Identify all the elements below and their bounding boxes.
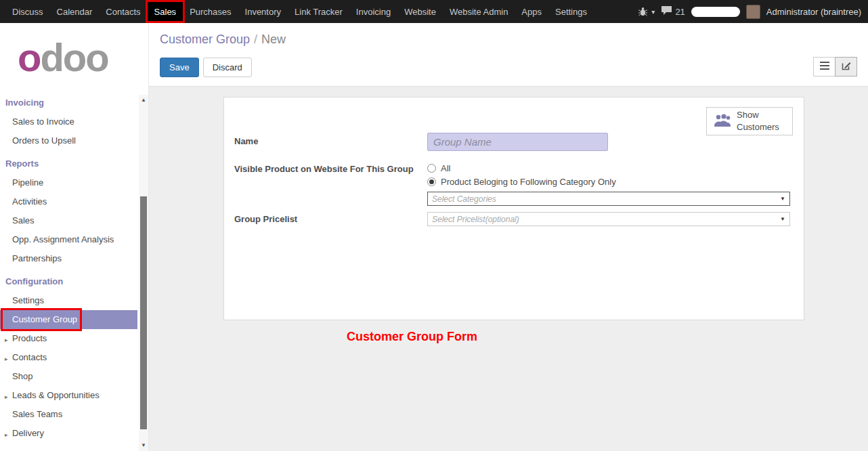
section-title-invoicing: Invoicing xyxy=(0,89,137,112)
sidebar-item-label: Customer Group xyxy=(12,314,77,324)
main-area: Customer Group/New Save Discard xyxy=(149,23,868,451)
edit-form-icon xyxy=(842,61,851,72)
sidebar-item-orders-to-upsell[interactable]: Orders to Upsell xyxy=(0,131,137,150)
chat-bubble-icon xyxy=(661,5,672,18)
scroll-up-icon[interactable]: ▲ xyxy=(139,96,148,104)
nav-item-website-admin[interactable]: Website Admin xyxy=(443,2,515,21)
visibility-field-row: Visible Product on Website For This Grou… xyxy=(234,163,790,206)
radio-selected-icon xyxy=(427,177,436,186)
top-navbar: Discuss Calendar Contacts Sales Purchase… xyxy=(0,0,868,23)
expand-arrow-icon: ▸ xyxy=(5,353,8,364)
control-panel: Customer Group/New Save Discard xyxy=(149,23,868,87)
annotation-caption: Customer Group Form xyxy=(347,330,868,344)
nav-item-sales[interactable]: Sales xyxy=(148,2,183,21)
chevron-down-icon: ▼ xyxy=(780,196,785,202)
chevron-down-icon: ▼ xyxy=(780,216,785,222)
section-title-reports: Reports xyxy=(0,150,137,173)
sidebar-item-activities[interactable]: Activities xyxy=(0,192,137,211)
nav-item-inventory[interactable]: Inventory xyxy=(238,2,288,21)
sidebar-item-sales-to-invoice[interactable]: Sales to Invoice xyxy=(0,112,137,131)
radio-option-label: Product Beloging to Following Category O… xyxy=(441,177,616,187)
group-name-input[interactable] xyxy=(427,133,608,151)
sidebar-scrollbar[interactable]: ▲ ▼ xyxy=(139,95,148,451)
pricelist-placeholder: Select Pricelist(optional) xyxy=(432,215,519,224)
form-view-button[interactable] xyxy=(835,57,857,77)
sidebar-item-leads-opportunities[interactable]: ▸ Leads & Opportunities xyxy=(0,386,137,405)
scroll-down-icon[interactable]: ▼ xyxy=(139,442,148,450)
nav-item-invoicing[interactable]: Invoicing xyxy=(349,2,397,21)
list-icon xyxy=(820,62,829,72)
avatar[interactable] xyxy=(746,5,760,19)
radio-option-all[interactable]: All xyxy=(427,163,790,173)
pricelist-select[interactable]: Select Pricelist(optional) ▼ xyxy=(427,212,790,226)
nav-item-website[interactable]: Website xyxy=(397,2,443,21)
categories-select[interactable]: Select Categories ▼ xyxy=(427,192,790,206)
view-switcher xyxy=(813,57,857,77)
message-count: 21 xyxy=(675,7,685,17)
breadcrumb-current: New xyxy=(261,33,286,46)
sidebar-item-shop[interactable]: Shop xyxy=(0,367,137,386)
breadcrumb-separator: / xyxy=(254,33,257,46)
sidebar-item-settings[interactable]: Settings xyxy=(0,291,137,310)
form-card: Show Customers Name Visible Product on W… xyxy=(223,97,804,320)
main-menu: Discuss Calendar Contacts Sales Purchase… xyxy=(0,0,594,23)
nav-item-calendar[interactable]: Calendar xyxy=(50,2,100,21)
list-view-button[interactable] xyxy=(813,57,836,77)
bug-icon[interactable] xyxy=(638,7,648,16)
sidebar-item-label: Leads & Opportunities xyxy=(12,390,100,400)
customers-group-icon xyxy=(714,114,731,129)
caret-down-icon[interactable]: ▾ xyxy=(651,8,655,16)
sidebar-item-products[interactable]: ▸ Products xyxy=(0,329,137,348)
save-button[interactable]: Save xyxy=(160,58,199,77)
name-field-row: Name xyxy=(234,133,790,151)
sidebar-item-partnerships[interactable]: Partnerships xyxy=(0,249,137,268)
nav-item-discuss[interactable]: Discuss xyxy=(5,2,50,21)
section-title-configuration: Configuration xyxy=(0,268,137,291)
categories-placeholder: Select Categories xyxy=(432,194,496,204)
pricelist-field-row: Group Pricelist Select Pricelist(optiona… xyxy=(234,212,790,226)
nav-item-purchases[interactable]: Purchases xyxy=(183,2,238,21)
sidebar-item-label: Contacts xyxy=(12,352,47,362)
scrollbar-thumb[interactable] xyxy=(140,196,147,429)
expand-arrow-icon: ▸ xyxy=(5,391,8,402)
expand-arrow-icon: ▸ xyxy=(5,335,8,345)
sidebar-item-label: Delivery xyxy=(12,428,44,438)
sidebar-item-pipeline[interactable]: Pipeline xyxy=(0,173,137,192)
expand-arrow-icon: ▸ xyxy=(5,429,8,440)
status-pill[interactable] xyxy=(691,7,740,17)
sidebar: odoo Invoicing Sales to Invoice Orders t… xyxy=(0,23,149,451)
sidebar-item-sales-teams[interactable]: Sales Teams xyxy=(0,405,137,424)
radio-option-category-only[interactable]: Product Beloging to Following Category O… xyxy=(427,177,790,187)
radio-option-label: All xyxy=(441,163,450,173)
logo-letter-o: o xyxy=(18,35,40,79)
show-customers-label: Show Customers xyxy=(737,109,785,133)
pricelist-label: Group Pricelist xyxy=(234,212,427,226)
nav-item-link-tracker[interactable]: Link Tracker xyxy=(288,2,349,21)
show-customers-button[interactable]: Show Customers xyxy=(706,107,793,135)
breadcrumb-customer-group[interactable]: Customer Group xyxy=(160,33,250,46)
sidebar-item-customer-group[interactable]: Customer Group xyxy=(0,310,137,329)
radio-circle-icon xyxy=(427,164,436,173)
form-fields: Name Visible Product on Website For This… xyxy=(234,133,790,226)
sidebar-nav: Invoicing Sales to Invoice Orders to Ups… xyxy=(0,83,148,443)
content-area: Show Customers Name Visible Product on W… xyxy=(149,87,868,451)
odoo-logo[interactable]: odoo xyxy=(0,23,148,83)
sidebar-item-delivery[interactable]: ▸ Delivery xyxy=(0,424,137,443)
sidebar-item-label: Products xyxy=(12,333,47,343)
sidebar-item-contacts[interactable]: ▸ Contacts xyxy=(0,348,137,367)
nav-item-contacts[interactable]: Contacts xyxy=(99,2,147,21)
sidebar-item-sales-report[interactable]: Sales xyxy=(0,211,137,230)
control-buttons: Save Discard xyxy=(160,58,857,77)
sidebar-item-opp-assignment-analysis[interactable]: Opp. Assignment Analysis xyxy=(0,230,137,249)
user-menu[interactable]: Administrator (braintree) xyxy=(766,7,861,17)
name-label: Name xyxy=(234,133,427,151)
visibility-label: Visible Product on Website For This Grou… xyxy=(234,163,427,206)
topbar-right: ▾ 21 Administrator (braintree) xyxy=(638,5,868,19)
discard-button[interactable]: Discard xyxy=(203,58,252,77)
messages-button[interactable]: 21 xyxy=(661,5,685,18)
nav-item-apps[interactable]: Apps xyxy=(515,2,548,21)
logo-letters: doo xyxy=(40,35,108,79)
nav-item-settings[interactable]: Settings xyxy=(548,2,594,21)
breadcrumb: Customer Group/New xyxy=(160,33,857,47)
